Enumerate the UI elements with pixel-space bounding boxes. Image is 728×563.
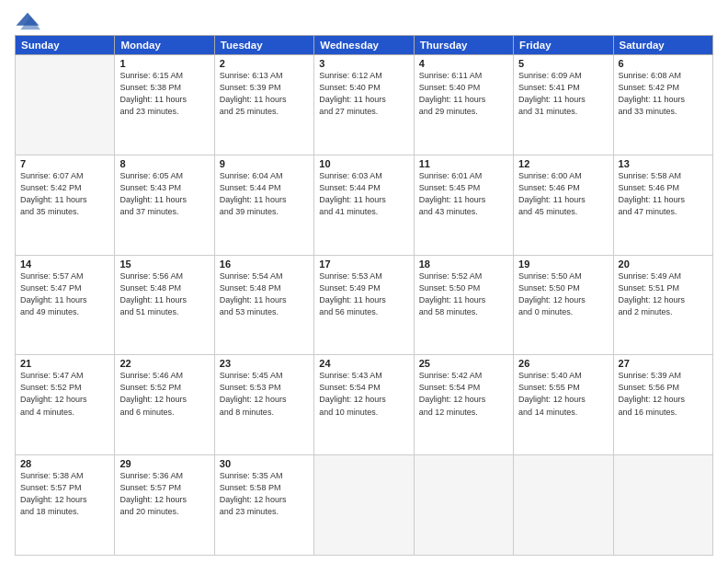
calendar-cell: 9Sunrise: 6:04 AM Sunset: 5:44 PM Daylig… [214,155,313,255]
day-number: 27 [619,358,708,369]
day-number: 3 [319,58,408,69]
calendar-week-0: 1Sunrise: 6:15 AM Sunset: 5:38 PM Daylig… [16,55,713,155]
day-info: Sunrise: 5:50 AM Sunset: 5:50 PM Dayligh… [518,270,608,318]
day-number: 13 [619,158,708,169]
page: SundayMondayTuesdayWednesdayThursdayFrid… [0,0,728,563]
calendar-week-2: 14Sunrise: 5:57 AM Sunset: 5:47 PM Dayli… [16,255,713,355]
calendar-cell: 30Sunrise: 5:35 AM Sunset: 5:58 PM Dayli… [214,455,313,556]
col-header-monday: Monday [115,36,214,55]
day-info: Sunrise: 6:07 AM Sunset: 5:42 PM Dayligh… [20,170,109,218]
day-info: Sunrise: 6:00 AM Sunset: 5:46 PM Dayligh… [518,170,608,218]
day-info: Sunrise: 6:01 AM Sunset: 5:45 PM Dayligh… [419,170,508,218]
day-info: Sunrise: 5:57 AM Sunset: 5:47 PM Dayligh… [20,270,109,318]
calendar-cell: 5Sunrise: 6:09 AM Sunset: 5:41 PM Daylig… [514,55,613,155]
day-number: 10 [319,158,408,169]
calendar-cell [314,455,414,556]
calendar-cell [613,455,712,556]
day-info: Sunrise: 5:42 AM Sunset: 5:54 PM Dayligh… [419,370,508,418]
day-info: Sunrise: 5:38 AM Sunset: 5:57 PM Dayligh… [20,470,109,518]
day-info: Sunrise: 6:13 AM Sunset: 5:39 PM Dayligh… [220,70,309,118]
calendar-cell [414,455,513,556]
calendar-cell: 21Sunrise: 5:47 AM Sunset: 5:52 PM Dayli… [16,355,115,455]
day-info: Sunrise: 5:54 AM Sunset: 5:48 PM Dayligh… [220,270,309,318]
calendar-cell: 18Sunrise: 5:52 AM Sunset: 5:50 PM Dayli… [414,255,513,355]
day-number: 24 [319,358,408,369]
day-number: 6 [619,58,708,69]
calendar-cell: 6Sunrise: 6:08 AM Sunset: 5:42 PM Daylig… [613,55,712,155]
day-info: Sunrise: 5:35 AM Sunset: 5:58 PM Dayligh… [220,470,309,518]
day-info: Sunrise: 5:56 AM Sunset: 5:48 PM Dayligh… [119,270,209,318]
calendar-cell: 8Sunrise: 6:05 AM Sunset: 5:43 PM Daylig… [115,155,214,255]
day-number: 23 [220,358,309,369]
col-header-friday: Friday [514,36,613,55]
day-number: 15 [119,259,209,270]
col-header-wednesday: Wednesday [314,36,414,55]
day-number: 16 [220,259,309,270]
day-info: Sunrise: 5:58 AM Sunset: 5:46 PM Dayligh… [619,170,708,218]
calendar-cell: 16Sunrise: 5:54 AM Sunset: 5:48 PM Dayli… [214,255,313,355]
day-info: Sunrise: 6:09 AM Sunset: 5:41 PM Dayligh… [518,70,608,118]
day-number: 1 [119,58,209,69]
day-number: 30 [220,458,309,469]
calendar-cell [16,55,115,155]
day-info: Sunrise: 6:11 AM Sunset: 5:40 PM Dayligh… [419,70,508,118]
day-number: 19 [518,259,608,270]
day-number: 2 [220,58,309,69]
calendar-cell: 23Sunrise: 5:45 AM Sunset: 5:53 PM Dayli… [214,355,313,455]
day-info: Sunrise: 6:03 AM Sunset: 5:44 PM Dayligh… [319,170,408,218]
col-header-saturday: Saturday [613,36,712,55]
day-number: 14 [20,259,109,270]
calendar-cell: 7Sunrise: 6:07 AM Sunset: 5:42 PM Daylig… [16,155,115,255]
calendar-table: SundayMondayTuesdayWednesdayThursdayFrid… [15,35,713,556]
header [15,11,713,31]
calendar-cell [514,455,613,556]
day-number: 18 [419,259,508,270]
calendar-cell: 3Sunrise: 6:12 AM Sunset: 5:40 PM Daylig… [314,55,414,155]
calendar-cell: 24Sunrise: 5:43 AM Sunset: 5:54 PM Dayli… [314,355,414,455]
calendar-cell: 12Sunrise: 6:00 AM Sunset: 5:46 PM Dayli… [514,155,613,255]
day-info: Sunrise: 6:08 AM Sunset: 5:42 PM Dayligh… [619,70,708,118]
day-info: Sunrise: 5:40 AM Sunset: 5:55 PM Dayligh… [518,370,608,418]
logo [15,11,44,31]
calendar-cell: 1Sunrise: 6:15 AM Sunset: 5:38 PM Daylig… [115,55,214,155]
day-info: Sunrise: 5:52 AM Sunset: 5:50 PM Dayligh… [419,270,508,318]
day-number: 11 [419,158,508,169]
col-header-thursday: Thursday [414,36,513,55]
calendar-cell: 29Sunrise: 5:36 AM Sunset: 5:57 PM Dayli… [115,455,214,556]
calendar-cell: 10Sunrise: 6:03 AM Sunset: 5:44 PM Dayli… [314,155,414,255]
calendar-cell: 15Sunrise: 5:56 AM Sunset: 5:48 PM Dayli… [115,255,214,355]
day-number: 7 [20,158,109,169]
day-info: Sunrise: 5:47 AM Sunset: 5:52 PM Dayligh… [20,370,109,418]
day-info: Sunrise: 5:39 AM Sunset: 5:56 PM Dayligh… [619,370,708,418]
day-info: Sunrise: 5:46 AM Sunset: 5:52 PM Dayligh… [119,370,209,418]
calendar-cell: 2Sunrise: 6:13 AM Sunset: 5:39 PM Daylig… [214,55,313,155]
calendar-cell: 28Sunrise: 5:38 AM Sunset: 5:57 PM Dayli… [16,455,115,556]
calendar-cell: 14Sunrise: 5:57 AM Sunset: 5:47 PM Dayli… [16,255,115,355]
day-info: Sunrise: 6:12 AM Sunset: 5:40 PM Dayligh… [319,70,408,118]
calendar-week-1: 7Sunrise: 6:07 AM Sunset: 5:42 PM Daylig… [16,155,713,255]
day-info: Sunrise: 5:49 AM Sunset: 5:51 PM Dayligh… [619,270,708,318]
calendar-header-row: SundayMondayTuesdayWednesdayThursdayFrid… [16,36,713,55]
day-number: 17 [319,259,408,270]
day-number: 8 [119,158,209,169]
calendar-cell: 4Sunrise: 6:11 AM Sunset: 5:40 PM Daylig… [414,55,513,155]
calendar-cell: 26Sunrise: 5:40 AM Sunset: 5:55 PM Dayli… [514,355,613,455]
calendar-cell: 22Sunrise: 5:46 AM Sunset: 5:52 PM Dayli… [115,355,214,455]
day-number: 21 [20,358,109,369]
day-info: Sunrise: 5:36 AM Sunset: 5:57 PM Dayligh… [119,470,209,518]
day-number: 22 [119,358,209,369]
calendar-week-3: 21Sunrise: 5:47 AM Sunset: 5:52 PM Dayli… [16,355,713,455]
logo-icon [15,11,40,31]
day-info: Sunrise: 5:43 AM Sunset: 5:54 PM Dayligh… [319,370,408,418]
day-number: 20 [619,259,708,270]
calendar-cell: 20Sunrise: 5:49 AM Sunset: 5:51 PM Dayli… [613,255,712,355]
calendar-cell: 25Sunrise: 5:42 AM Sunset: 5:54 PM Dayli… [414,355,513,455]
calendar-cell: 11Sunrise: 6:01 AM Sunset: 5:45 PM Dayli… [414,155,513,255]
day-number: 9 [220,158,309,169]
day-info: Sunrise: 5:45 AM Sunset: 5:53 PM Dayligh… [220,370,309,418]
calendar-cell: 13Sunrise: 5:58 AM Sunset: 5:46 PM Dayli… [613,155,712,255]
col-header-sunday: Sunday [16,36,115,55]
day-number: 26 [518,358,608,369]
col-header-tuesday: Tuesday [214,36,313,55]
day-info: Sunrise: 6:04 AM Sunset: 5:44 PM Dayligh… [220,170,309,218]
